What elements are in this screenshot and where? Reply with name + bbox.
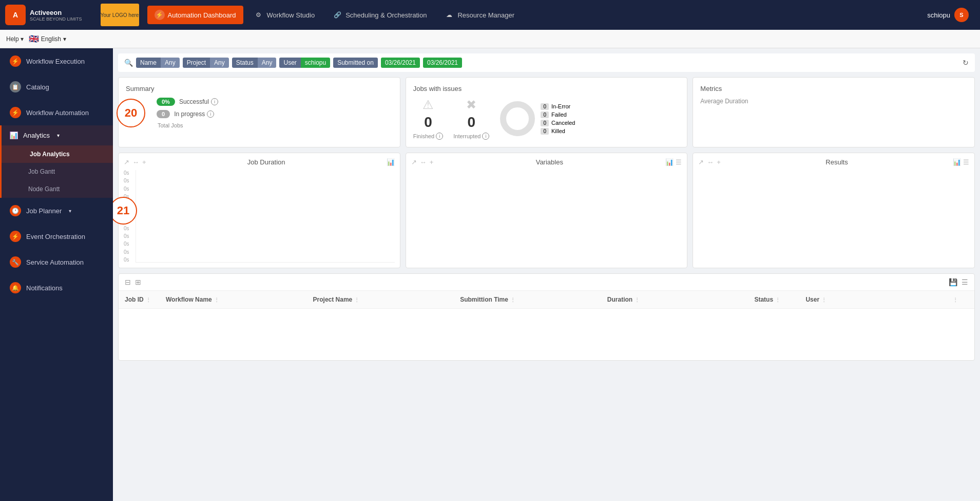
sidebar-item-node-gantt[interactable]: Node Gantt [2,180,113,198]
main-layout: ⚡ Workflow Execution 📋 Catalog ⚡ Workflo… [0,48,980,501]
vars-bar-icon[interactable]: 📊 [665,158,674,166]
killed-label: Killed [551,128,565,134]
bar-area [136,170,395,263]
filter-name[interactable]: Name Any [136,58,180,68]
filter-submitted-on[interactable]: Submitted on [333,58,378,68]
sidebar-item-catalog[interactable]: 📋 Catalog [0,74,113,100]
job-duration-header: ↗ ↔ + Job Duration 📊 [124,158,395,166]
sidebar-item-workflow-automation[interactable]: ⚡ Workflow Automation [0,100,113,125]
variables-header: ↗ ↔ + Variables 📊 ☰ [411,158,682,166]
filter-date1[interactable]: 03/26/2021 [381,58,420,68]
col-user-sort[interactable]: ⋮ [821,297,827,303]
col-actions-icon[interactable]: ⋮ [953,297,958,303]
help-button[interactable]: Help ▾ [6,35,24,43]
filter-status-value: Any [258,58,277,68]
menu-icon[interactable]: ☰ [962,278,968,286]
charts-row: 21 ↗ ↔ + Job Duration 📊 0s 0s 0s 0s 0s [118,153,975,268]
flag-icon: 🇬🇧 [29,34,39,44]
nav-scheduling[interactable]: 🔗 Scheduling & Orchestration [325,6,434,24]
sidebar-item-service-automation[interactable]: 🔧 Service Automation [0,249,113,275]
nav-resource-manager-label: Resource Manager [457,11,514,19]
nav-scheduling-label: Scheduling & Orchestration [345,11,427,19]
metrics-title: Metrics [700,85,967,92]
sidebar-item-job-gantt[interactable]: Job Gantt [2,163,113,180]
chart-collapse-icon[interactable]: ↔ [132,158,139,166]
col-workflow-name-sort[interactable]: ⋮ [214,297,219,303]
nav-automation-dashboard-label: Automation Dashboard [168,11,236,19]
filter-user[interactable]: User schiopu [279,58,330,68]
col-status: Status ⋮ [754,296,805,303]
secondary-bar: Help ▾ 🇬🇧 English ▾ [0,30,980,48]
filter-date1-value: 03/26/2021 [381,58,420,68]
sidebar-item-job-planner[interactable]: 🕐 Job Planner ▾ [0,198,113,224]
results-list-icon[interactable]: ☰ [963,158,969,166]
results-chart-actions: 📊 ☰ [953,158,969,166]
sidebar-item-job-analytics-label: Job Analytics [30,151,70,158]
col-status-label: Status [754,296,773,303]
search-icon[interactable]: 🔍 [124,59,133,67]
finished-info-icon[interactable]: i [436,133,443,140]
refresh-button[interactable]: ↻ [963,59,969,67]
filter-project[interactable]: Project Any [183,58,229,68]
logo-placeholder: Your LOGO here [101,4,139,26]
nav-resource-manager[interactable]: ☁ Resource Manager [437,6,522,24]
col-project-name-sort[interactable]: ⋮ [354,297,359,303]
workflow-automation-icon: ⚡ [10,107,21,118]
filter-icon[interactable]: ⊟ [125,278,131,286]
chart-expand-icon[interactable]: ↗ [124,158,129,166]
nav-workflow-studio-label: Workflow Studio [267,11,315,19]
donut-svg [499,101,535,137]
y-label-8: 0s [124,233,129,239]
columns-icon[interactable]: ⊞ [135,278,141,286]
results-bar-icon[interactable]: 📊 [953,158,961,166]
col-job-id-sort[interactable]: ⋮ [146,297,151,303]
chart-add-icon[interactable]: + [142,158,146,166]
vars-list-icon[interactable]: ☰ [676,158,682,166]
filter-status[interactable]: Status Any [232,58,277,68]
sidebar-item-workflow-execution[interactable]: ⚡ Workflow Execution [0,48,113,74]
sidebar-item-notifications-label: Notifications [26,284,63,292]
y-label-9: 0s [124,241,129,247]
help-chevron-icon: ▾ [21,35,24,43]
sidebar-item-service-automation-label: Service Automation [26,258,84,266]
sidebar-item-event-orchestration-label: Event Orchestration [26,233,85,240]
results-add-icon[interactable]: + [717,158,721,166]
summary-title: Summary [126,85,393,92]
vars-add-icon[interactable]: + [430,158,434,166]
filter-name-value: Any [161,58,180,68]
col-duration-sort[interactable]: ⋮ [635,297,640,303]
metrics-card: Metrics Average Duration [693,77,975,147]
export-icon[interactable]: 💾 [949,278,957,286]
vars-collapse-icon[interactable]: ↔ [420,158,427,166]
interrupted-info-icon[interactable]: i [482,133,489,140]
variables-title: Variables [436,158,662,166]
issues-row: ⚠ 0 Finished i ✖ 0 Interrupted i [413,98,680,140]
col-status-sort[interactable]: ⋮ [775,297,780,303]
analytics-label: Analytics [23,132,50,139]
failed-count: 0 [541,112,549,118]
filter-date2[interactable]: 03/26/2021 [423,58,462,68]
user-menu[interactable]: schiopu S [921,5,975,25]
successful-info-icon[interactable]: i [211,98,218,105]
in-progress-info-icon[interactable]: i [207,110,214,118]
in-error-label: In-Error [551,103,570,109]
bar-chart-icon[interactable]: 📊 [387,158,395,166]
legend-killed: 0 Killed [541,128,575,135]
results-collapse-icon[interactable]: ↔ [707,158,714,166]
username: schiopu [927,11,950,19]
legend-canceled: 0 Canceled [541,120,575,126]
vars-expand-icon[interactable]: ↗ [411,158,417,166]
analytics-header[interactable]: 📊 Analytics ▾ [2,125,113,145]
language-selector[interactable]: 🇬🇧 English ▾ [29,34,66,44]
col-workflow-name: Workflow Name ⋮ [166,296,313,303]
sidebar-item-job-analytics[interactable]: Job Analytics [2,145,113,163]
results-chart: ↗ ↔ + Results 📊 ☰ [693,153,975,268]
nav-workflow-studio[interactable]: ⚙ Workflow Studio [246,6,322,24]
logo-area: A Activeeon SCALE BEYOND LIMITS [5,5,82,25]
sidebar-item-notifications[interactable]: 🔔 Notifications [0,275,113,301]
sidebar-item-event-orchestration[interactable]: ⚡ Event Orchestration [0,224,113,249]
nav-automation-dashboard[interactable]: ⚡ Automation Dashboard [147,6,243,24]
results-expand-icon[interactable]: ↗ [698,158,704,166]
col-submission-time-sort[interactable]: ⋮ [510,297,515,303]
finished-issue: ⚠ 0 Finished i [413,98,444,140]
